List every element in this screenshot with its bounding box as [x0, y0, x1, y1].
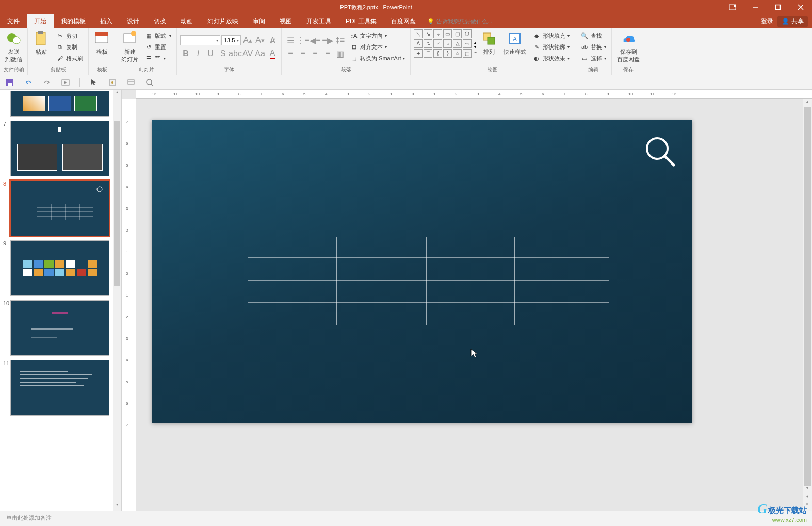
editor-vertical-scrollbar[interactable]: ▴ ▾ ♦ ≡ — [803, 99, 812, 511]
slide-thumbnail-10[interactable] — [10, 300, 109, 356]
copy-button[interactable]: ⧉复制 — [54, 42, 85, 52]
tab-baidu-netdisk[interactable]: 百度网盘 — [384, 14, 423, 28]
shape-hexagon[interactable]: ⬡ — [463, 29, 472, 38]
template-button[interactable]: 模板 — [92, 29, 112, 64]
slide-canvas[interactable] — [152, 120, 692, 423]
tab-my-templates[interactable]: 我的模板 — [54, 14, 93, 28]
format-painter-button[interactable]: 🖌格式刷 — [54, 53, 85, 63]
slide-thumbnail-8[interactable] — [10, 180, 109, 236]
maximize-button[interactable] — [767, 0, 789, 14]
section-button[interactable]: ☰节▾ — [142, 53, 173, 63]
font-size-combo[interactable]: 13.5 — [221, 35, 241, 45]
tab-insert[interactable]: 插入 — [93, 14, 120, 28]
underline-button[interactable]: U — [205, 48, 216, 59]
shape-arrow[interactable]: ⇨ — [463, 39, 472, 48]
tab-developer[interactable]: 开发工具 — [299, 14, 338, 28]
thumbnails-scrollbar[interactable]: ▴ ▾ — [113, 90, 121, 511]
reset-button[interactable]: ↺重置 — [142, 42, 173, 52]
numbering-button[interactable]: ⋮≡ — [297, 35, 308, 46]
slide-thumbnail-9[interactable] — [10, 240, 109, 296]
minimize-button[interactable] — [744, 0, 767, 14]
login-link[interactable]: 登录 — [761, 17, 773, 26]
mouse-mode-button[interactable] — [89, 78, 99, 87]
select-button[interactable]: ▭选择▾ — [578, 53, 608, 63]
text-direction-button[interactable]: ↕A文字方向▾ — [348, 30, 407, 41]
shape-round-rect[interactable]: ▢ — [453, 29, 462, 38]
share-button[interactable]: 👤 共享 — [777, 16, 808, 27]
shape-brace-r[interactable]: } — [443, 49, 452, 58]
justify-button[interactable]: ≡ — [322, 48, 333, 59]
character-spacing-button[interactable]: AV — [242, 48, 253, 59]
quick-styles-button[interactable]: A 快速样式 — [501, 29, 528, 64]
shape-freeform[interactable]: ⟋ — [433, 39, 442, 48]
tab-slideshow[interactable]: 幻灯片放映 — [200, 14, 246, 28]
shape-triangle[interactable]: △ — [453, 39, 462, 48]
redo-button[interactable] — [42, 78, 52, 87]
shape-connector-elbow[interactable]: ↴ — [424, 39, 432, 48]
tell-me-search[interactable]: 💡 告诉我您想要做什么... — [423, 14, 492, 28]
shapes-more[interactable]: ≡ — [474, 50, 477, 54]
tab-design[interactable]: 设计 — [120, 14, 147, 28]
shape-fill-button[interactable]: ◆形状填充▾ — [530, 30, 572, 41]
shape-effects-button[interactable]: ◐形状效果▾ — [530, 53, 572, 63]
zoom-to-fit-button[interactable] — [145, 78, 154, 87]
tab-home[interactable]: 开始 — [27, 14, 54, 28]
shape-connector[interactable]: ↳ — [433, 29, 442, 38]
line-spacing-button[interactable]: ‡≡ — [334, 35, 346, 46]
shapes-gallery[interactable]: ＼ ↘ ↳ ▭ ▢ ⬡ A ↴ ⟋ ○ △ ⇨ ✦ ⌒ { } ☆ ⬚ — [414, 29, 472, 64]
slide-thumbnail-11[interactable] — [10, 360, 109, 416]
paste-button[interactable]: 粘贴 — [31, 29, 52, 64]
clear-formatting-button[interactable]: A̷ — [267, 35, 278, 46]
align-center-button[interactable]: ≡ — [297, 48, 308, 59]
shape-brace-l[interactable]: { — [433, 49, 442, 58]
close-button[interactable] — [789, 0, 812, 14]
tab-view[interactable]: 视图 — [272, 14, 299, 28]
shape-line[interactable]: ＼ — [414, 29, 423, 38]
shapes-scroll-up[interactable]: ▴ — [474, 40, 477, 45]
save-to-baidu-button[interactable]: 保存到 百度网盘 — [615, 29, 642, 64]
italic-button[interactable]: I — [192, 48, 204, 59]
replace-button[interactable]: ab替换▾ — [578, 42, 608, 52]
send-to-wechat-button[interactable]: 发送 到微信 — [3, 29, 24, 64]
shape-outline-button[interactable]: ✎形状轮廓▾ — [530, 42, 572, 52]
tab-file[interactable]: 文件 — [0, 14, 27, 28]
tab-review[interactable]: 审阅 — [246, 14, 272, 28]
increase-font-button[interactable]: A▴ — [242, 35, 253, 46]
shape-textbox[interactable]: A — [414, 39, 423, 48]
shape-oval[interactable]: ○ — [443, 39, 452, 48]
layout-button[interactable]: ▦版式▾ — [142, 30, 173, 41]
bold-button[interactable]: B — [180, 48, 191, 59]
shape-star4[interactable]: ✦ — [414, 49, 423, 58]
tab-pdf-tools[interactable]: PDF工具集 — [338, 14, 384, 28]
shape-arc[interactable]: ⌒ — [424, 49, 432, 58]
cut-button[interactable]: ✂剪切 — [54, 30, 85, 41]
change-case-button[interactable]: Aa — [254, 48, 266, 59]
columns-button[interactable]: ▥ — [334, 48, 346, 59]
tab-animations[interactable]: 动画 — [173, 14, 200, 28]
canvas-area[interactable] — [136, 99, 803, 511]
find-button[interactable]: 🔍查找 — [578, 30, 608, 41]
undo-button[interactable] — [24, 78, 33, 87]
bullets-button[interactable]: ☰ — [285, 35, 296, 46]
slide-thumbnail-7[interactable] — [10, 121, 109, 176]
slideshow-from-beginning-button[interactable] — [61, 78, 70, 87]
increase-indent-button[interactable]: ≡▶ — [322, 35, 333, 46]
shape-callout[interactable]: ⬚ — [463, 49, 472, 58]
tab-transitions[interactable]: 切换 — [147, 14, 173, 28]
decrease-indent-button[interactable]: ◀≡ — [310, 35, 321, 46]
arrange-button[interactable]: 排列 — [479, 29, 499, 64]
align-left-button[interactable]: ≡ — [285, 48, 296, 59]
decrease-font-button[interactable]: A▾ — [254, 35, 266, 46]
convert-smartart-button[interactable]: ⬚转换为 SmartArt▾ — [348, 53, 407, 63]
ribbon-display-options-icon[interactable] — [721, 0, 744, 14]
font-name-combo[interactable] — [180, 35, 220, 45]
touch-mode-button[interactable] — [108, 78, 117, 87]
align-text-button[interactable]: ⊟对齐文本▾ — [348, 42, 407, 52]
shape-rect[interactable]: ▭ — [443, 29, 452, 38]
text-shadow-button[interactable]: abc — [230, 48, 241, 59]
shape-star5[interactable]: ☆ — [453, 49, 462, 58]
save-button[interactable] — [5, 78, 14, 87]
presenter-view-button[interactable] — [126, 78, 136, 87]
shape-line-arrow[interactable]: ↘ — [424, 29, 432, 38]
strikethrough-button[interactable]: S — [217, 48, 229, 59]
